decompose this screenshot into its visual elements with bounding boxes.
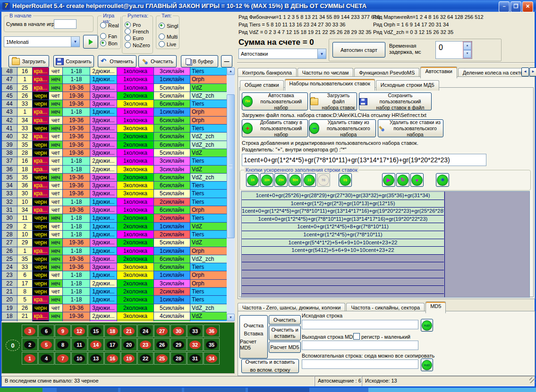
- table-row[interactable]: 1733черннеч19-363дюжи...3колонка6сиклайн…: [2, 320, 227, 321]
- radio-roulette-pro[interactable]: Pro: [125, 22, 141, 28]
- table-row[interactable]: 4133черннеч19-363дюжи...3колонка6сиклайн…: [2, 125, 227, 133]
- grid-row[interactable]: 1cent+0+gr(1*2*4*5)+gr(7*8*10*11)+gr(13*…: [242, 208, 444, 216]
- action-chip-button[interactable]: ▶: [382, 173, 395, 187]
- table-row[interactable]: 3618кра...чет1-182дюжи...3колонка3сиклай…: [2, 166, 227, 174]
- board-cell-13[interactable]: 13: [88, 352, 104, 365]
- md5-big-button[interactable]: ОчисткаВставкаРасчет MD5: [239, 315, 268, 359]
- table-row[interactable]: 471кра...неч1-181дюжи...1колонка1сиклайн…: [2, 75, 227, 83]
- table-row[interactable]: 3436кра...чет19-363дюжи...3колонка6сикла…: [2, 182, 227, 190]
- radio-roulette-euro[interactable]: Euro: [125, 35, 144, 41]
- board-cell-9[interactable]: 9: [55, 325, 71, 337]
- chevron-down-icon[interactable]: ▼: [317, 49, 326, 58]
- lowercase-checkbox[interactable]: [353, 333, 360, 340]
- md5-clear-paste-aux-button[interactable]: Очистить и вставитьво вспом. строку: [241, 359, 299, 373]
- scroll-down-icon[interactable]: ▼: [227, 314, 235, 321]
- grid-row[interactable]: 1cent+gr(1*2)+gr(2*3)+gr(10*13)+gr(12*15…: [242, 200, 444, 208]
- mode-combo[interactable]: Автоставки ▼: [238, 49, 326, 59]
- board-cell-11[interactable]: 11: [71, 338, 87, 351]
- table-row[interactable]: 3210чернчет1-181дюжи...1колонка2сиклайнT…: [2, 198, 227, 206]
- board-cell-16[interactable]: 16: [104, 352, 120, 365]
- md5-clear-button[interactable]: Очистить: [269, 315, 301, 325]
- grid-row[interactable]: 1cent+gr(5*4*1*2)+5+6+9+10+10cent+23+22: [242, 239, 444, 247]
- board-cell-31[interactable]: 31: [187, 352, 203, 365]
- board-cell-24[interactable]: 24: [137, 325, 153, 337]
- subtab-исходные-строки-мд5[interactable]: Исходные строки МД5: [376, 80, 439, 91]
- task-button-active[interactable]: [248, 388, 309, 392]
- grid-row[interactable]: 1cent+gr(1*2*4*5)+gr(7*8*10*11): [242, 231, 444, 239]
- action-chip-button[interactable]: ♥: [410, 173, 424, 187]
- table-row[interactable]: 4816кра...чет1-182дюжи...1колонка3сиклай…: [2, 67, 227, 75]
- grid-empty-row[interactable]: [242, 270, 444, 278]
- grid-empty-row[interactable]: [242, 255, 444, 263]
- md5-calc-src-button[interactable]: МД5: [421, 319, 433, 332]
- buffer-button[interactable]: В буфер: [181, 55, 218, 67]
- board-cell-8[interactable]: 8: [55, 338, 71, 351]
- board-cell-25[interactable]: 25: [154, 352, 170, 365]
- autobet-button[interactable]: ПНАвтоставкапользовательский набор: [242, 92, 308, 110]
- task-button[interactable]: [184, 388, 246, 392]
- radio-roulette-french[interactable]: French: [125, 28, 149, 34]
- table-row[interactable]: 431кра...неч1-181дюжи...1колонка1сиклайн…: [2, 108, 227, 116]
- save-button[interactable]: Сохранить: [53, 55, 94, 67]
- table-row[interactable]: 2433черннеч19-363дюжи...3колонка6сиклайн…: [2, 263, 227, 271]
- board-cell-34[interactable]: 34: [204, 352, 220, 365]
- history-scrollbar[interactable]: ▲ ▼: [227, 67, 235, 321]
- table-row[interactable]: 2535черннеч19-363дюжи...2колонка6сиклайн…: [2, 255, 227, 263]
- autobet-button[interactable]: −Удалить ставку изпользовательского набо…: [309, 119, 376, 137]
- table-row[interactable]: 3716кра...чет1-182дюжи...1колонка3сиклай…: [2, 157, 227, 165]
- resize-grip[interactable]: [529, 377, 535, 383]
- board-cell-4[interactable]: 4: [38, 352, 54, 365]
- task-button[interactable]: [120, 388, 182, 392]
- radio-game-fan[interactable]: Fan: [100, 33, 117, 39]
- board-cell-17[interactable]: 17: [104, 338, 120, 351]
- clear-button[interactable]: Очистить: [138, 55, 177, 67]
- board-cell-10[interactable]: 10: [71, 352, 87, 365]
- subtab-общие-ставки[interactable]: Общие ставки: [240, 80, 284, 91]
- chip-1c-button[interactable]: 1¢: [246, 173, 259, 187]
- start-button[interactable]: [0, 388, 43, 392]
- table-row[interactable]: 236чернчет1-181дюжи...3колонка1сиклайнOr…: [2, 271, 227, 279]
- autospin-start-button[interactable]: Автоспин старт: [332, 42, 385, 58]
- chip-0d-button[interactable]: 0$: [339, 173, 352, 187]
- board-cell-23[interactable]: 23: [137, 338, 153, 351]
- board-cell-5[interactable]: 5: [38, 338, 54, 351]
- md5-out-input[interactable]: [302, 341, 418, 350]
- tab-scroll-right-icon[interactable]: ►: [529, 67, 536, 76]
- chip-1d-button[interactable]: 1$: [303, 173, 316, 187]
- tab-md5[interactable]: MD5: [425, 301, 446, 313]
- load-button[interactable]: Загрузить: [9, 55, 49, 67]
- board-cell-27[interactable]: 27: [154, 325, 170, 337]
- chevron-down-icon[interactable]: ▼: [71, 37, 79, 47]
- table-row[interactable]: 3134кра...чет19-363дюжи...1колонка6сикла…: [2, 206, 227, 214]
- autobet-button[interactable]: Загрузить файлнабора ставок: [310, 92, 357, 110]
- board-cell-33[interactable]: 33: [187, 325, 203, 337]
- board-cell-6[interactable]: 6: [38, 325, 54, 337]
- spin-up-icon[interactable]: ▲: [463, 42, 471, 50]
- table-row[interactable]: 4433черннеч19-363дюжи...3колонка6сиклайн…: [2, 100, 227, 108]
- board-cell-35[interactable]: 35: [204, 338, 220, 351]
- preset-combo[interactable]: 1Melonati ▼: [4, 36, 80, 47]
- chip-25c-button[interactable]: 25¢: [274, 173, 288, 187]
- radio-roulette-nozero[interactable]: NoZero: [125, 42, 150, 48]
- autobet-button[interactable]: +Добавить ставку впользовательский набор: [242, 119, 308, 137]
- collapse-button[interactable]: —: [221, 55, 232, 67]
- table-row[interactable]: 4526чернчет19-363дюжи...2колонка5сиклайн…: [2, 92, 227, 100]
- table-row[interactable]: 3330кра...чет19-363дюжи...3колонка5сикла…: [2, 190, 227, 198]
- md5-clear-paste-button[interactable]: Очистить и вставить: [269, 325, 301, 341]
- grid-row[interactable]: 1cent+gr(5412)+5+6+9+10+10cent+23+22: [242, 247, 444, 255]
- table-row[interactable]: 4032кра...чет19-363дюжи...2колонка6сикла…: [2, 133, 227, 141]
- radio-game-real[interactable]: Real: [100, 22, 119, 28]
- minimize-button[interactable]: –: [499, 1, 510, 12]
- chip-10c-button[interactable]: 10¢: [260, 173, 273, 187]
- subtab-наборы-пользовательских-ставок[interactable]: Наборы пользовательских ставок: [285, 79, 375, 91]
- board-cell-19[interactable]: 19: [121, 352, 137, 365]
- board-cell-28[interactable]: 28: [170, 352, 187, 365]
- table-row[interactable]: 1926чернчет19-363дюжи...2колонка5сиклайн…: [2, 304, 227, 312]
- board-cell-1[interactable]: 1: [22, 352, 38, 365]
- table-row[interactable]: 3011черннеч1-181дюжи...2колонка2сиклайнT…: [2, 214, 227, 222]
- tab-scroll-left-icon[interactable]: ◄: [521, 67, 529, 76]
- undo-button[interactable]: Отменить: [98, 55, 136, 67]
- run-preset-button[interactable]: [83, 35, 98, 49]
- board-cell-30[interactable]: 30: [170, 325, 187, 337]
- board-cell-3[interactable]: 3: [22, 325, 38, 337]
